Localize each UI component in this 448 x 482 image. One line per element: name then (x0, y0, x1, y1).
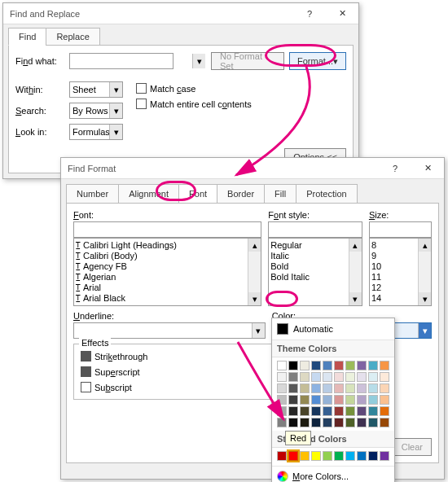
strikethrough-checkbox[interactable] (81, 351, 91, 362)
color-swatch[interactable] (380, 361, 389, 370)
color-swatch[interactable] (300, 361, 310, 370)
automatic-option[interactable]: Automatic (272, 318, 394, 340)
tab-fill[interactable]: Fill (264, 184, 296, 204)
color-swatch[interactable] (300, 418, 310, 427)
tab-number[interactable]: Number (66, 184, 119, 204)
font-input[interactable] (73, 221, 261, 238)
chevron-down-icon[interactable]: ▾ (252, 323, 265, 338)
help-button[interactable]: ? (293, 3, 326, 24)
style-option[interactable]: Italic (270, 251, 360, 261)
color-swatch[interactable] (368, 372, 378, 382)
color-swatch[interactable] (300, 372, 310, 382)
color-swatch[interactable] (277, 406, 287, 416)
color-swatch[interactable] (368, 361, 378, 370)
chevron-down-icon[interactable]: ▾ (109, 82, 122, 97)
subscript-checkbox[interactable] (81, 382, 91, 392)
color-swatch[interactable] (323, 418, 332, 427)
size-listbox[interactable]: 8910111214 ▴▾ (369, 238, 432, 306)
help-button[interactable]: ? (379, 158, 411, 179)
color-swatch[interactable] (334, 372, 344, 382)
color-swatch[interactable] (380, 395, 389, 405)
font-option[interactable]: T̲Calibri (Body) (76, 251, 259, 261)
font-option[interactable]: T̲Algerian (76, 272, 259, 283)
color-swatch[interactable] (345, 406, 355, 416)
color-swatch[interactable] (323, 372, 332, 382)
font-style-listbox[interactable]: RegularItalicBoldBold Italic ▴▾ (268, 238, 362, 306)
color-swatch[interactable] (380, 383, 389, 393)
style-option[interactable]: Bold (270, 261, 360, 272)
chevron-down-icon[interactable]: ▾ (192, 54, 205, 68)
color-swatch[interactable] (368, 406, 378, 416)
color-swatch[interactable] (334, 406, 344, 416)
scrollbar[interactable]: ▴▾ (248, 239, 261, 305)
color-swatch[interactable] (311, 418, 321, 427)
chevron-down-icon[interactable]: ▾ (418, 323, 431, 338)
color-swatch[interactable] (311, 383, 321, 393)
color-swatch[interactable] (323, 451, 332, 461)
color-swatch[interactable] (334, 451, 344, 461)
size-input[interactable] (369, 221, 432, 238)
color-swatch[interactable] (288, 383, 298, 393)
color-swatch[interactable] (311, 451, 321, 461)
color-swatch[interactable] (357, 406, 367, 416)
color-swatch[interactable] (345, 418, 355, 427)
tab-border[interactable]: Border (217, 184, 265, 204)
font-option[interactable]: T̲Calibri Light (Headings) (76, 240, 259, 251)
scrollbar[interactable]: ▴▾ (349, 239, 362, 305)
tab-find[interactable]: Find (8, 28, 46, 46)
match-entire-checkbox[interactable] (136, 99, 147, 109)
color-swatch[interactable] (368, 451, 378, 461)
color-swatch[interactable] (300, 383, 310, 393)
chevron-down-icon[interactable]: ▾ (109, 103, 122, 118)
tab-protection[interactable]: Protection (296, 184, 358, 204)
font-option[interactable]: T̲Arial (76, 283, 259, 293)
color-swatch[interactable] (323, 383, 332, 393)
color-swatch[interactable] (357, 361, 367, 370)
style-option[interactable]: Regular (270, 240, 360, 251)
color-swatch[interactable] (380, 406, 389, 416)
scrollbar[interactable]: ▴▾ (418, 239, 431, 305)
tab-alignment[interactable]: Alignment (118, 184, 179, 204)
color-swatch[interactable] (345, 361, 355, 370)
color-swatch[interactable] (368, 395, 378, 405)
color-swatch[interactable] (345, 451, 355, 461)
more-colors-option[interactable]: More Colors... (272, 466, 394, 482)
color-swatch[interactable] (311, 395, 321, 405)
color-swatch[interactable] (380, 418, 389, 427)
color-swatch[interactable] (345, 372, 355, 382)
color-swatch[interactable] (277, 451, 287, 461)
color-swatch[interactable] (288, 372, 298, 382)
format-button[interactable]: Format... ▾ (289, 52, 346, 70)
font-listbox[interactable]: T̲Calibri Light (Headings)T̲Calibri (Bod… (73, 238, 261, 306)
superscript-checkbox[interactable] (81, 366, 91, 377)
color-swatch[interactable] (380, 372, 389, 382)
color-swatch[interactable] (380, 451, 389, 461)
color-swatch[interactable] (288, 406, 298, 416)
find-what-input[interactable] (69, 53, 173, 69)
tab-font[interactable]: Font (178, 184, 217, 204)
color-swatch[interactable] (345, 383, 355, 393)
font-style-input[interactable] (268, 221, 362, 238)
color-swatch[interactable] (357, 383, 367, 393)
color-swatch[interactable] (277, 361, 287, 370)
color-swatch[interactable] (300, 406, 310, 416)
tab-replace[interactable]: Replace (46, 28, 99, 46)
color-swatch[interactable] (311, 406, 321, 416)
color-swatch[interactable] (277, 418, 287, 427)
color-swatch[interactable] (323, 406, 332, 416)
match-case-checkbox[interactable] (136, 83, 147, 94)
color-swatch[interactable] (334, 418, 344, 427)
color-swatch[interactable] (357, 418, 367, 427)
color-swatch[interactable] (357, 451, 367, 461)
color-swatch[interactable] (277, 383, 287, 393)
close-button[interactable]: ✕ (326, 3, 358, 24)
font-option[interactable]: T̲Agency FB (76, 261, 259, 272)
color-swatch[interactable] (311, 372, 321, 382)
color-swatch[interactable] (357, 372, 367, 382)
color-swatch[interactable] (311, 361, 321, 370)
color-swatch[interactable] (323, 361, 332, 370)
color-swatch[interactable] (334, 395, 344, 405)
font-option[interactable]: T̲Arial Black (76, 293, 259, 304)
color-swatch[interactable] (368, 383, 378, 393)
color-swatch[interactable] (357, 395, 367, 405)
